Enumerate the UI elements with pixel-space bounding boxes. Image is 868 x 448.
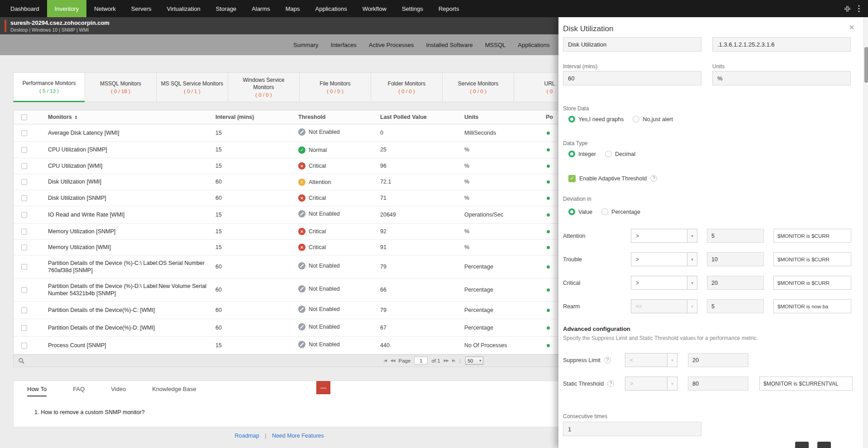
monitor-name-cell[interactable]: Process Count [SNMP] xyxy=(40,336,215,354)
roadmap-link[interactable]: Roadmap xyxy=(234,433,259,439)
next-page-icon[interactable]: ▶▶ xyxy=(444,358,448,363)
monitor-tab-file-monitors[interactable]: File Monitors( 0 / 0 ) xyxy=(299,72,371,102)
monitor-name-cell[interactable]: IO Read and Write Rate [WMI] xyxy=(40,206,215,223)
close-icon[interactable]: × xyxy=(849,23,854,32)
row-checkbox[interactable] xyxy=(21,264,27,270)
monitor-tab-folder-monitors[interactable]: Folder Monitors( 0 / 0 ) xyxy=(371,72,443,102)
store-data-option-no-just-alert[interactable]: No,just alert xyxy=(633,116,673,123)
radio-icon[interactable] xyxy=(568,208,575,215)
attention-message-input[interactable] xyxy=(773,229,851,243)
oid-input[interactable] xyxy=(712,37,851,52)
page-tab-summary[interactable]: Summary xyxy=(293,42,319,48)
nav-item-settings[interactable]: Settings xyxy=(394,0,431,17)
row-checkbox[interactable] xyxy=(21,245,27,250)
page-tab-mssql[interactable]: MSSQL xyxy=(485,42,506,48)
page-tab-interfaces[interactable]: Interfaces xyxy=(331,42,357,48)
nav-item-dashboard[interactable]: Dashboard xyxy=(3,0,47,17)
help-question[interactable]: 1. How to remove a custom SNMP monitor? xyxy=(34,409,145,415)
select-all-checkbox[interactable] xyxy=(21,114,27,120)
static-threshold-message-input[interactable] xyxy=(759,377,853,391)
monitor-name-cell[interactable]: Memory Utilization [SNMP] xyxy=(40,223,215,239)
trouble-message-input[interactable] xyxy=(773,252,851,266)
nav-item-virtualization[interactable]: Virtualization xyxy=(159,0,208,17)
row-checkbox[interactable] xyxy=(21,229,27,235)
monitor-name-cell[interactable]: Memory Utilization [WMI] xyxy=(40,239,215,255)
store-data-option-yes-i-need-graphs[interactable]: Yes,I need graphs xyxy=(568,116,624,123)
row-checkbox[interactable] xyxy=(21,325,27,331)
column-monitors[interactable]: Monitors▲▼ xyxy=(40,110,215,124)
row-checkbox[interactable] xyxy=(21,179,27,185)
trouble-value-input[interactable] xyxy=(707,252,764,266)
monitor-tab-windows-service-monitors[interactable]: Windows Service Monitors( 0 / 0 ) xyxy=(228,72,300,102)
prev-page-icon[interactable]: ◀◀ xyxy=(390,358,395,363)
nav-item-alarms[interactable]: Alarms xyxy=(244,0,277,17)
suppress-limit-value-input[interactable] xyxy=(688,353,749,367)
help-icon[interactable]: ? xyxy=(604,357,611,363)
critical-message-input[interactable] xyxy=(773,276,851,290)
deviation-option-value[interactable]: Value xyxy=(568,208,592,215)
page-tab-applications[interactable]: Applications xyxy=(518,42,549,48)
nav-item-workflow[interactable]: Workflow xyxy=(355,0,394,17)
radio-icon[interactable] xyxy=(605,151,612,157)
row-checkbox[interactable] xyxy=(21,343,27,349)
row-checkbox[interactable] xyxy=(21,130,27,136)
static-threshold-value-input[interactable] xyxy=(688,377,749,391)
monitor-name-cell[interactable]: CPU Utilization [WMI] xyxy=(40,158,215,174)
deviation-option-percentage[interactable]: Percentage xyxy=(601,208,640,215)
nav-item-network[interactable]: Network xyxy=(86,0,124,17)
row-checkbox[interactable] xyxy=(21,163,27,169)
adaptive-threshold-checkbox[interactable]: ✓ xyxy=(568,175,576,182)
monitor-name-cell[interactable]: Average Disk Latency [WMI] xyxy=(40,124,215,141)
more-menu-icon[interactable] xyxy=(858,5,860,12)
attention-operator-select[interactable]: >▾ xyxy=(631,229,697,243)
help-tab-faq[interactable]: FAQ xyxy=(73,386,85,396)
critical-operator-select[interactable]: >▾ xyxy=(631,276,697,290)
radio-icon[interactable] xyxy=(633,116,639,123)
nav-item-applications[interactable]: Applications xyxy=(308,0,355,17)
data-type-option-integer[interactable]: Integer xyxy=(568,151,596,157)
attention-value-input[interactable] xyxy=(707,229,764,243)
panel-scrollbar[interactable] xyxy=(863,17,868,448)
page-number-input[interactable] xyxy=(414,357,428,364)
monitor-name-cell[interactable]: Partition Details of the Device(%)-C: [W… xyxy=(40,301,215,319)
monitor-name-cell[interactable]: Partition Details of the Device(%)-D: [W… xyxy=(40,319,215,336)
first-page-icon[interactable]: |◀ xyxy=(384,358,386,363)
row-checkbox[interactable] xyxy=(21,195,27,201)
panel-action-button-partial[interactable] xyxy=(795,442,809,448)
monitor-tab-performance-monitors[interactable]: Performance Monitors( 5 / 13 ) xyxy=(13,72,85,102)
nav-item-reports[interactable]: Reports xyxy=(431,0,467,17)
consecutive-times-input[interactable] xyxy=(563,422,701,436)
critical-value-input[interactable] xyxy=(707,276,764,290)
radio-icon[interactable] xyxy=(601,208,608,215)
nav-item-inventory[interactable]: Inventory xyxy=(47,0,86,17)
help-tab-how-to[interactable]: How To xyxy=(27,386,47,396)
rearm-value-input[interactable] xyxy=(707,299,764,313)
monitor-name-cell[interactable]: Disk Utilization [WMI] xyxy=(40,174,215,190)
radio-icon[interactable] xyxy=(568,151,575,157)
row-checkbox[interactable] xyxy=(21,212,27,218)
help-tab-video[interactable]: Video xyxy=(111,386,126,396)
collapse-icon[interactable] xyxy=(844,5,851,12)
monitor-tab-service-monitors[interactable]: Service Monitors( 0 / 0 ) xyxy=(442,72,514,102)
units-input[interactable] xyxy=(712,71,851,85)
row-checkbox[interactable] xyxy=(21,287,27,293)
radio-icon[interactable] xyxy=(568,116,575,123)
rearm-message-input[interactable] xyxy=(773,299,851,313)
page-tab-installed-software[interactable]: Installed Software xyxy=(426,42,472,48)
trouble-operator-select[interactable]: >▾ xyxy=(631,252,697,266)
help-tab-knowledge-base[interactable]: Knowledge Base xyxy=(152,386,196,396)
monitor-name-cell[interactable]: Disk Utilization [SNMP] xyxy=(40,190,215,206)
nav-item-maps[interactable]: Maps xyxy=(278,0,308,17)
help-icon[interactable]: ? xyxy=(607,380,614,387)
monitor-name-input[interactable] xyxy=(563,37,701,52)
monitor-name-cell[interactable]: CPU Utilization [SNMP] xyxy=(40,141,215,158)
monitor-name-cell[interactable]: Partition Details of the Device (%)-D:\ … xyxy=(40,278,215,301)
row-checkbox[interactable] xyxy=(21,307,27,313)
data-type-option-decimal[interactable]: Decimal xyxy=(605,151,635,157)
interval-input[interactable] xyxy=(563,71,701,85)
panel-action-button-partial[interactable] xyxy=(817,442,831,448)
monitor-tab-ms-sql-service-monitors[interactable]: MS SQL Service Monitors( 0 / 1 ) xyxy=(156,72,228,102)
nav-item-servers[interactable]: Servers xyxy=(124,0,159,17)
monitor-name-cell[interactable]: Partition Details of the Device (%)-C:\ … xyxy=(40,255,215,278)
page-tab-active-processes[interactable]: Active Processes xyxy=(369,42,414,48)
